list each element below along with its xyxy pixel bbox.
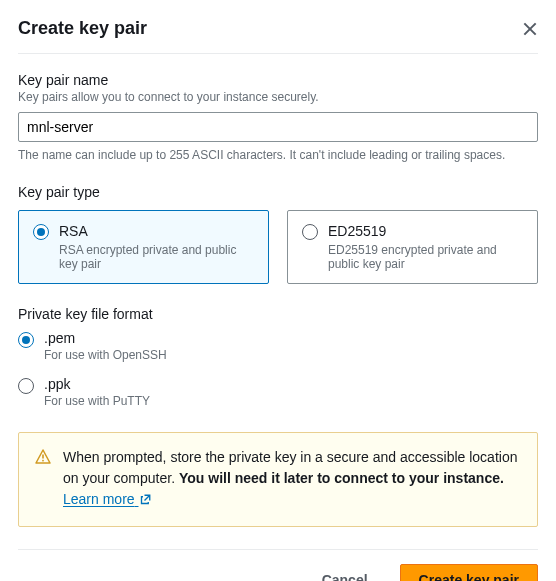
option-desc: For use with OpenSSH xyxy=(44,348,167,362)
learn-more-link[interactable]: Learn more xyxy=(63,491,152,507)
option-title: .ppk xyxy=(44,376,150,392)
svg-rect-0 xyxy=(42,455,44,459)
private-key-warning: When prompted, store the private key in … xyxy=(18,432,538,527)
svg-rect-1 xyxy=(42,460,44,462)
radio-icon xyxy=(33,224,49,240)
create-key-pair-dialog: Create key pair Key pair name Key pairs … xyxy=(0,0,556,581)
cancel-button[interactable]: Cancel xyxy=(304,564,386,581)
key-pair-name-field: Key pair name Key pairs allow you to con… xyxy=(18,72,538,162)
warning-text: When prompted, store the private key in … xyxy=(63,447,521,510)
option-title: ED25519 xyxy=(328,223,525,239)
option-title: RSA xyxy=(59,223,256,239)
link-label: Learn more xyxy=(63,491,135,507)
name-hint: The name can include up to 255 ASCII cha… xyxy=(18,148,538,162)
radio-icon xyxy=(18,332,34,348)
option-desc: ED25519 encrypted private and public key… xyxy=(328,243,525,271)
dialog-footer: Cancel Create key pair xyxy=(18,549,538,581)
dialog-title: Create key pair xyxy=(18,18,147,39)
name-label: Key pair name xyxy=(18,72,538,88)
name-help: Key pairs allow you to connect to your i… xyxy=(18,90,538,104)
option-desc: RSA encrypted private and public key pai… xyxy=(59,243,256,271)
format-option-ppk[interactable]: .ppk For use with PuTTY xyxy=(18,376,538,408)
type-label: Key pair type xyxy=(18,184,538,200)
type-option-ed25519[interactable]: ED25519 ED25519 encrypted private and pu… xyxy=(287,210,538,284)
dialog-header: Create key pair xyxy=(18,18,538,54)
file-format-field: Private key file format .pem For use wit… xyxy=(18,306,538,408)
warning-text-bold: You will need it later to connect to you… xyxy=(179,470,504,486)
format-label: Private key file format xyxy=(18,306,538,322)
external-link-icon xyxy=(138,491,152,507)
close-icon[interactable] xyxy=(522,21,538,37)
create-key-pair-button[interactable]: Create key pair xyxy=(400,564,538,581)
type-option-rsa[interactable]: RSA RSA encrypted private and public key… xyxy=(18,210,269,284)
radio-icon xyxy=(302,224,318,240)
key-pair-name-input[interactable] xyxy=(18,112,538,142)
radio-icon xyxy=(18,378,34,394)
warning-icon xyxy=(35,447,51,510)
option-title: .pem xyxy=(44,330,167,346)
option-desc: For use with PuTTY xyxy=(44,394,150,408)
key-pair-type-field: Key pair type RSA RSA encrypted private … xyxy=(18,184,538,284)
format-option-pem[interactable]: .pem For use with OpenSSH xyxy=(18,330,538,362)
